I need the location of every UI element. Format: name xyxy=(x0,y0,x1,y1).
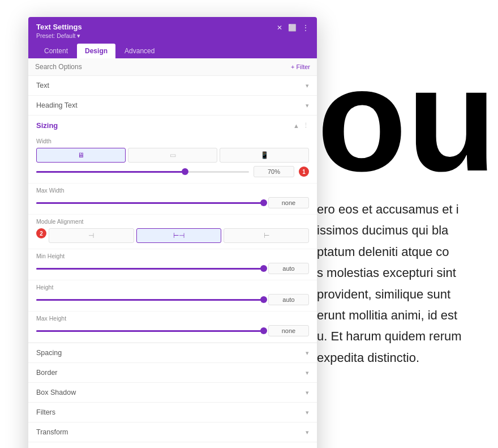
field-max-height: Max Height none xyxy=(28,312,317,343)
section-border[interactable]: Border ▾ xyxy=(28,363,317,383)
panel-header-icons: ✕ ⬜ ⋮ xyxy=(277,24,309,32)
device-desktop-btn[interactable]: 🖥 xyxy=(36,148,126,163)
panel-header-left: Text Settings Preset: Default ▾ xyxy=(36,23,82,39)
bg-line-1: ero eos et accusamus et i xyxy=(317,199,498,220)
field-width: Width 🖥 ▭ 📱 70% 1 xyxy=(28,134,317,184)
slider-value-min-height[interactable]: auto xyxy=(268,263,309,274)
badge-width: 1 xyxy=(299,167,309,177)
section-spacing-label: Spacing xyxy=(36,349,62,357)
section-transform-label: Transform xyxy=(36,428,68,436)
bg-line-6: erunt mollitia animi, id est xyxy=(317,305,498,326)
slider-row-width: 70% 1 xyxy=(36,166,309,177)
search-bar: + Filter xyxy=(28,58,317,76)
slider-thumb-width[interactable] xyxy=(182,168,188,175)
section-transform[interactable]: Transform ▾ xyxy=(28,423,317,442)
tab-advanced[interactable]: Advanced xyxy=(117,44,162,58)
device-mobile-btn[interactable]: 📱 xyxy=(220,148,309,163)
bg-line-2: issimos ducimus qui bla xyxy=(317,220,498,241)
slider-fill-height xyxy=(36,299,264,301)
filter-button[interactable]: + Filter xyxy=(291,63,310,70)
device-row-width: 🖥 ▭ 📱 xyxy=(36,148,309,163)
maximize-icon[interactable]: ⬜ xyxy=(288,24,297,32)
section-box-shadow[interactable]: Box Shadow ▾ xyxy=(28,383,317,403)
slider-fill-max-width xyxy=(36,202,264,204)
align-left-btn[interactable]: ⊣ xyxy=(49,228,134,243)
section-box-shadow-label: Box Shadow xyxy=(36,389,76,396)
section-box-shadow-chevron: ▾ xyxy=(306,389,309,396)
slider-row-min-height: auto xyxy=(36,263,309,274)
slider-value-max-width[interactable]: none xyxy=(268,197,309,208)
slider-fill-width xyxy=(36,171,185,173)
field-height-label: Height xyxy=(36,284,309,291)
field-max-height-label: Max Height xyxy=(36,315,309,322)
slider-fill-max-height xyxy=(36,330,264,332)
field-height: Height auto xyxy=(28,280,317,312)
slider-thumb-height[interactable] xyxy=(260,296,267,303)
panel-tabs: Content Design Advanced xyxy=(28,44,317,58)
tab-design[interactable]: Design xyxy=(77,44,115,58)
settings-panel: Text Settings Preset: Default ▾ ✕ ⬜ ⋮ Co… xyxy=(28,17,317,448)
section-filters-chevron: ▾ xyxy=(306,409,309,416)
section-transform-chevron: ▾ xyxy=(306,429,309,436)
field-min-height: Min Height auto xyxy=(28,249,317,280)
slider-track-width[interactable] xyxy=(36,171,249,173)
section-heading-chevron: ▾ xyxy=(306,102,309,109)
bg-line-5: provident, similique sunt xyxy=(317,284,498,305)
section-animation[interactable]: Animation ▾ xyxy=(28,442,317,448)
bg-line-7: u. Et harum quidem rerum xyxy=(317,326,498,347)
slider-track-max-width[interactable] xyxy=(36,202,264,204)
badge-alignment: 2 xyxy=(36,228,46,238)
slider-value-max-height[interactable]: none xyxy=(268,325,309,336)
align-right-btn[interactable]: ⊢ xyxy=(224,228,309,243)
field-module-alignment: Module Alignment 2 ⊣ ⊢⊣ ⊢ xyxy=(28,215,317,249)
section-spacing[interactable]: Spacing ▾ xyxy=(28,343,317,363)
bg-body-text: ero eos et accusamus et i issimos ducimu… xyxy=(317,199,498,368)
section-text-chevron: ▾ xyxy=(306,82,309,89)
slider-thumb-min-height[interactable] xyxy=(260,265,267,272)
device-tablet-btn[interactable]: ▭ xyxy=(128,148,217,163)
sizing-section: Sizing ▲ ⋮ Width 🖥 ▭ 📱 xyxy=(28,116,317,343)
section-filters-label: Filters xyxy=(36,408,55,416)
minimize-icon[interactable]: ✕ xyxy=(277,24,282,32)
section-border-chevron: ▾ xyxy=(306,369,309,377)
sizing-label: Sizing xyxy=(36,121,58,130)
slider-value-height[interactable]: auto xyxy=(268,294,309,305)
bg-line-3: ptatum deleniti atque co xyxy=(317,241,498,262)
slider-value-width[interactable]: 70% xyxy=(254,166,294,177)
panel-body: Text ▾ Heading Text ▾ Sizing ▲ ⋮ Width 🖥 xyxy=(28,76,317,448)
bg-large-text: ou xyxy=(317,46,498,193)
section-text-label: Text xyxy=(36,82,49,89)
bg-line-4: s molestias excepturi sint xyxy=(317,262,498,283)
align-row: 2 ⊣ ⊢⊣ ⊢ xyxy=(36,228,309,243)
slider-track-min-height[interactable] xyxy=(36,268,264,270)
field-max-width-label: Max Width xyxy=(36,187,309,194)
section-heading-text[interactable]: Heading Text ▾ xyxy=(28,96,317,116)
slider-track-max-height[interactable] xyxy=(36,330,264,332)
search-input[interactable] xyxy=(35,63,291,71)
slider-thumb-max-height[interactable] xyxy=(260,327,267,334)
panel-preset[interactable]: Preset: Default ▾ xyxy=(36,32,82,39)
more-options-icon[interactable]: ⋮ xyxy=(302,24,309,32)
section-text[interactable]: Text ▾ xyxy=(28,76,317,96)
field-alignment-label: Module Alignment xyxy=(36,218,309,225)
sizing-header-icons: ▲ ⋮ xyxy=(293,122,309,129)
section-border-label: Border xyxy=(36,369,58,377)
panel-header: Text Settings Preset: Default ▾ ✕ ⬜ ⋮ xyxy=(28,17,317,44)
align-center-btn[interactable]: ⊢⊣ xyxy=(136,228,222,243)
slider-row-max-width: none xyxy=(36,197,309,208)
sizing-collapse-icon[interactable]: ▲ xyxy=(293,122,299,129)
section-spacing-chevron: ▾ xyxy=(306,349,309,357)
slider-row-height: auto xyxy=(36,294,309,305)
tab-content[interactable]: Content xyxy=(36,44,76,58)
sizing-header: Sizing ▲ ⋮ xyxy=(28,116,317,134)
slider-fill-min-height xyxy=(36,268,264,270)
section-heading-text-label: Heading Text xyxy=(36,101,78,109)
panel-title: Text Settings xyxy=(36,23,82,31)
sizing-more-icon[interactable]: ⋮ xyxy=(303,122,309,129)
field-max-width: Max Width none xyxy=(28,184,317,215)
slider-thumb-max-width[interactable] xyxy=(260,199,267,206)
section-filters[interactable]: Filters ▾ xyxy=(28,403,317,423)
field-width-label: Width xyxy=(36,138,309,144)
bg-line-8: expedita distinctio. xyxy=(317,347,498,368)
slider-track-height[interactable] xyxy=(36,299,264,301)
